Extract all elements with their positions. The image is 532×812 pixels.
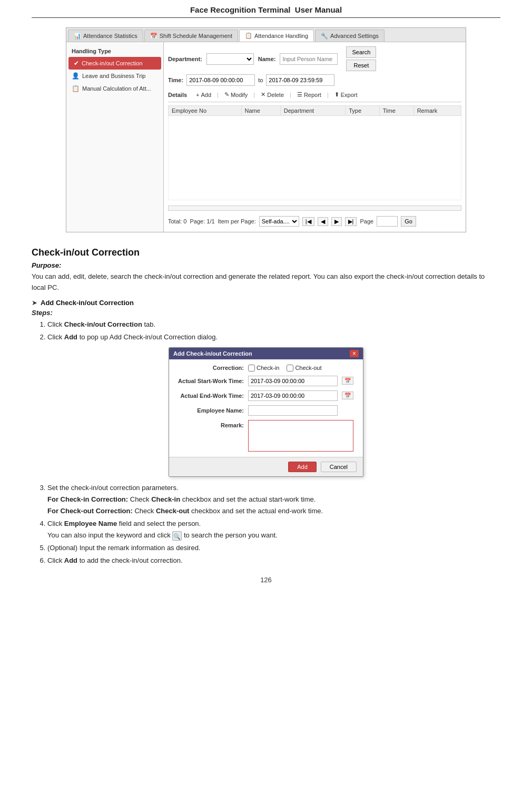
export-icon: ⬆ <box>334 91 339 98</box>
modify-button[interactable]: ✎ Modify <box>221 90 251 99</box>
page-first-btn[interactable]: |◀ <box>302 217 314 226</box>
department-select[interactable] <box>206 53 254 65</box>
tab-attendance-handling[interactable]: 📋 Attendance Handling <box>239 30 314 42</box>
step1-bold: Check-in/out Correction <box>64 320 142 328</box>
add-section-title: Add Check-in/out Correction <box>41 299 134 307</box>
sidebar-section-title: Handling Type <box>66 46 163 57</box>
page-next-btn[interactable]: ▶ <box>331 217 342 226</box>
data-table: Employee No Name Department Type Time Re… <box>168 105 461 200</box>
purpose-label: Purpose: <box>32 261 500 269</box>
col-time: Time <box>379 106 413 116</box>
page-go-button[interactable]: Go <box>401 216 416 227</box>
horizontal-scrollbar[interactable] <box>168 206 461 211</box>
end-work-calendar-btn[interactable]: 📅 <box>342 392 353 399</box>
delete-button[interactable]: ✕ Delete <box>257 90 288 99</box>
add-button[interactable]: + Add <box>192 91 215 99</box>
sep2: | <box>252 92 256 98</box>
details-label: Details <box>168 91 191 99</box>
checkin-icon: ✔ <box>74 60 79 67</box>
reset-button[interactable]: Reset <box>346 60 376 71</box>
tab-shift-schedule[interactable]: 📅 Shift Schedule Management <box>144 30 238 42</box>
sidebar-item-leave-business[interactable]: 👤 Leave and Business Trip <box>66 70 163 82</box>
tab-label: Attendance Handling <box>254 33 308 39</box>
step-5: (Optional) Input the remark information … <box>47 542 500 554</box>
tab-label: Attendance Statistics <box>83 33 137 39</box>
employee-name-input[interactable] <box>248 405 338 416</box>
export-button[interactable]: ⬆ Export <box>331 90 361 99</box>
tab-label: Shift Schedule Management <box>160 33 232 39</box>
step-6: Click Add to add the check-in/out correc… <box>47 555 500 566</box>
tab-advanced-settings[interactable]: 🔧 Advanced Settings <box>315 30 385 42</box>
remark-textarea[interactable] <box>248 420 353 452</box>
dialog-add-button[interactable]: Add <box>288 462 317 472</box>
per-page-label: Item per Page: <box>218 218 256 224</box>
col-department: Department <box>280 106 346 116</box>
sep4: | <box>326 92 330 98</box>
total-label: Total: 0 <box>168 218 186 224</box>
checkout-checkbox-text: Check-out <box>295 365 321 371</box>
dialog-close-button[interactable]: × <box>350 350 359 357</box>
col-remark: Remark <box>413 106 461 116</box>
start-work-label: Actual Start-Work Time: <box>175 378 244 384</box>
checkout-checkbox[interactable] <box>287 365 293 371</box>
sidebar-item-label: Leave and Business Trip <box>82 73 145 79</box>
leave-icon: 👤 <box>72 72 80 80</box>
step-4: Click Employee Name field and select the… <box>47 518 500 541</box>
report-button[interactable]: ☰ Report <box>293 90 325 99</box>
correction-label: Correction: <box>175 365 244 371</box>
sidebar-item-label: Check-in/out Correction <box>82 60 143 66</box>
dialog-body: Correction: Check-in Check-out Actual St… <box>169 359 363 457</box>
checkin-checkbox-label[interactable]: Check-in <box>248 365 279 371</box>
employee-name-label: Employee Name: <box>175 407 244 414</box>
tab-bar: 📊 Attendance Statistics 📅 Shift Schedule… <box>66 28 466 42</box>
page-last-btn[interactable]: ▶| <box>345 217 357 226</box>
dialog-cancel-button[interactable]: Cancel <box>321 462 357 472</box>
page-go-input[interactable] <box>377 216 398 227</box>
steps-list-2: Set the check-in/out correction paramete… <box>47 482 500 567</box>
step4-bold: Employee Name <box>64 520 117 527</box>
right-panel: Department: Name: Search Reset Time: to <box>164 42 466 232</box>
toolbar-row: Details + Add | ✎ Modify | ✕ Delete | ☰ <box>168 89 461 102</box>
time-from-input[interactable] <box>186 74 255 86</box>
shift-schedule-icon: 📅 <box>150 33 157 40</box>
step3-bold3: For Check-out Correction: <box>47 507 133 515</box>
end-work-row: Actual End-Work Time: 📅 <box>175 390 357 401</box>
sidebar-item-manual-calculation[interactable]: 📋 Manual Calculation of Att... <box>66 82 163 95</box>
start-work-calendar-btn[interactable]: 📅 <box>342 377 353 385</box>
modify-label: Modify <box>231 92 248 98</box>
steps-list: Click Check-in/out Correction tab. Click… <box>47 319 500 343</box>
report-icon: ☰ <box>297 91 302 98</box>
table-row <box>169 116 461 200</box>
pagination-row: Total: 0 Page: 1/1 Item per Page: Self-a… <box>168 214 461 228</box>
checkin-checkbox-text: Check-in <box>257 365 279 371</box>
dialog-wrapper: Add Check-in/out Correction × Correction… <box>32 347 500 477</box>
checkin-checkbox[interactable] <box>248 365 255 371</box>
start-work-input[interactable] <box>248 376 338 386</box>
page-prev-btn[interactable]: ◀ <box>318 217 328 226</box>
step3-bold4: Check-out <box>156 507 190 515</box>
step6-bold: Add <box>64 556 77 564</box>
remark-row: Remark: <box>175 420 357 452</box>
sidebar-item-checkin-correction[interactable]: ✔ Check-in/out Correction <box>68 57 161 70</box>
sep3: | <box>289 92 292 98</box>
search-person-icon[interactable]: 🔍 <box>172 531 182 541</box>
correction-checkboxes: Check-in Check-out <box>248 365 322 371</box>
checkout-checkbox-label[interactable]: Check-out <box>287 365 321 371</box>
page-label: Page: 1/1 <box>190 218 214 224</box>
time-to-separator: to <box>258 77 263 83</box>
time-to-input[interactable] <box>266 74 334 86</box>
name-input[interactable] <box>280 53 338 65</box>
department-label: Department: <box>168 56 202 62</box>
section-heading: Check-in/out Correction <box>32 247 500 258</box>
report-label: Report <box>304 92 321 98</box>
search-button[interactable]: Search <box>346 46 376 58</box>
per-page-select[interactable]: Self-ada.... <box>259 216 299 227</box>
purpose-text: You can add, edit, delete, search the ch… <box>32 271 500 294</box>
start-work-row: Actual Start-Work Time: 📅 <box>175 376 357 386</box>
step2-bold: Add <box>64 333 77 341</box>
tab-attendance-statistics[interactable]: 📊 Attendance Statistics <box>68 30 143 42</box>
main-content: Handling Type ✔ Check-in/out Correction … <box>66 42 466 232</box>
end-work-input[interactable] <box>248 390 338 401</box>
delete-label: Delete <box>267 92 284 98</box>
step3-bold2: Check-in <box>151 495 180 503</box>
